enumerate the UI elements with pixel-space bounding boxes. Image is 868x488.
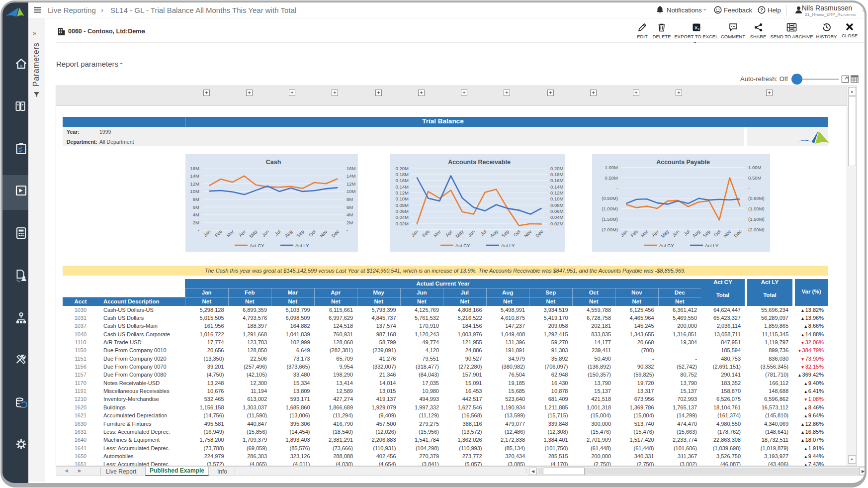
svg-text:-: - [550, 227, 552, 232]
svg-text:12M: 12M [190, 181, 200, 187]
svg-text:0.12M: 0.12M [396, 190, 409, 195]
svg-text:2M: 2M [347, 220, 353, 225]
svg-text:0.12M: 0.12M [550, 190, 563, 195]
svg-text:1.00M: 1.00M [605, 165, 618, 170]
svg-text:12M: 12M [347, 181, 356, 187]
svg-text:0.18M: 0.18M [550, 172, 563, 177]
svg-text:(0.50M): (0.50M) [602, 195, 618, 201]
svg-text:Act CY: Act CY [659, 243, 674, 248]
svg-text:0.02M: 0.02M [396, 221, 409, 226]
svg-text:Act LY: Act LY [705, 243, 719, 248]
svg-text:4M: 4M [193, 212, 199, 217]
svg-text:(2.00M): (2.00M) [748, 227, 765, 232]
svg-text:0.04M: 0.04M [396, 214, 409, 220]
svg-text:6M: 6M [193, 204, 199, 210]
svg-text:0.08M: 0.08M [396, 202, 409, 208]
svg-text:2M: 2M [193, 220, 199, 225]
svg-text:0.06M: 0.06M [550, 208, 563, 214]
svg-text:0.06M: 0.06M [396, 208, 409, 214]
svg-text:Accounts Receivable: Accounts Receivable [448, 159, 511, 166]
svg-text:(1.00M): (1.00M) [748, 206, 765, 211]
svg-text:4M: 4M [347, 212, 353, 217]
svg-text:8M: 8M [347, 196, 353, 202]
svg-text:16M: 16M [347, 166, 356, 171]
svg-text:-: - [347, 227, 348, 233]
svg-text:(1.00M): (1.00M) [602, 206, 618, 211]
svg-text:Act CY: Act CY [250, 243, 264, 248]
svg-text:8M: 8M [193, 196, 199, 202]
svg-text:-: - [616, 186, 618, 191]
svg-text:0.20M: 0.20M [396, 166, 409, 171]
svg-text:Act LY: Act LY [295, 243, 309, 248]
svg-text:(2.00M): (2.00M) [602, 227, 618, 232]
svg-text:(1.50M): (1.50M) [602, 216, 618, 222]
svg-text:1.00M: 1.00M [748, 165, 761, 170]
svg-text:0.14M: 0.14M [550, 184, 563, 190]
svg-text:0.16M: 0.16M [396, 178, 409, 183]
svg-text:-: - [748, 186, 750, 191]
svg-text:(0.50M): (0.50M) [748, 195, 765, 201]
svg-text:Cash: Cash [266, 159, 281, 166]
svg-text:-: - [198, 227, 199, 233]
svg-text:0.50M: 0.50M [748, 175, 761, 181]
svg-text:0.18M: 0.18M [396, 172, 409, 177]
svg-text:Accounts Payable: Accounts Payable [656, 159, 710, 166]
svg-text:0.16M: 0.16M [550, 178, 563, 183]
svg-text:10M: 10M [190, 189, 200, 194]
svg-text:6M: 6M [347, 204, 353, 210]
svg-text:0.10M: 0.10M [550, 196, 563, 201]
svg-text:0.50M: 0.50M [605, 175, 618, 181]
svg-text:14M: 14M [190, 173, 200, 179]
svg-text:16M: 16M [190, 166, 200, 171]
svg-text:0.10M: 0.10M [396, 196, 409, 201]
svg-text:-: - [407, 227, 409, 232]
svg-text:0.04M: 0.04M [550, 214, 563, 220]
svg-text:0.14M: 0.14M [396, 184, 409, 190]
svg-text:(1.50M): (1.50M) [748, 216, 765, 222]
svg-text:14M: 14M [347, 173, 356, 179]
svg-text:Act LY: Act LY [501, 243, 515, 248]
svg-text:0.08M: 0.08M [550, 202, 563, 208]
svg-text:Act CY: Act CY [455, 243, 470, 248]
svg-text:0.02M: 0.02M [550, 221, 563, 226]
svg-text:10M: 10M [347, 189, 356, 194]
svg-text:?: ? [760, 7, 763, 12]
svg-text:0.20M: 0.20M [550, 166, 563, 171]
